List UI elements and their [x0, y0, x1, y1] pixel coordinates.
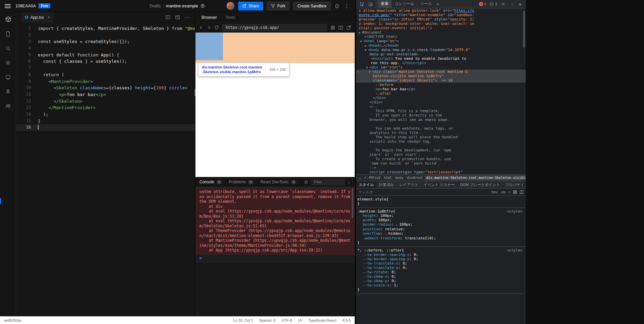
css-property[interactable]: --tw-translate-x: 0;	[356, 261, 526, 266]
statusbar-item[interactable]: Spaces: 2	[259, 318, 276, 322]
css-property[interactable]: --tw-skew-y: 0;	[356, 279, 526, 283]
css-property[interactable]: --tw-rotate: 0;	[356, 270, 526, 274]
code-line[interactable]: 14 );	[16, 111, 195, 118]
split-editor-icon[interactable]	[165, 15, 170, 20]
console-tab-react-devtools[interactable]: React DevTools0	[260, 180, 297, 184]
editor-more-icon[interactable]: ⋯	[185, 14, 190, 20]
styles-tab-0[interactable]: スタイル	[356, 181, 376, 188]
devtools-tree-line[interactable]: ▼ <div id="root">	[356, 65, 526, 70]
devtools-tree-line[interactable]: <noscript> You need to enable JavaScript…	[356, 56, 526, 61]
breadcrumb-item[interactable]: …	[357, 175, 363, 180]
styles-tab-3[interactable]: イベント リスナー	[421, 181, 458, 188]
console-error-line[interactable]: at eval (https://ypvqjp.csb.app/node_mod…	[199, 219, 351, 224]
statusbar-item[interactable]: 4.5.5	[343, 318, 351, 322]
devtools-tree-line[interactable]: <p>foo bar baz</p>	[356, 87, 526, 91]
close-tab-icon[interactable]: ×	[48, 15, 50, 20]
code-line[interactable]: 1import { createStyles, MantineProvider,…	[16, 25, 195, 32]
code-line[interactable]: 10 <Skeleton classNames={classes} height…	[16, 85, 195, 91]
close-devtools-icon[interactable]: ×	[518, 1, 522, 7]
css-property[interactable]: --tw-skew-x: 0;	[356, 274, 526, 279]
console-scrollbar[interactable]	[352, 188, 353, 218]
sandbox-cube-icon[interactable]	[0, 12, 16, 27]
statusbar-item[interactable]: Ln 16, Col 1	[233, 318, 253, 322]
forward-icon[interactable]	[207, 25, 211, 30]
devtools-tree-line[interactable]: ▼ <html lang="en">	[356, 39, 526, 43]
devtools-tab-1[interactable]: コンソール	[392, 0, 417, 8]
create-sandbox-button[interactable]: Create Sandbox	[293, 2, 331, 10]
css-property[interactable]: overflow: ▸ hidden;	[356, 231, 526, 236]
devtools-tree-line[interactable]: ▼ <body data-new-gr-c-s-check-loaded="14…	[356, 48, 526, 52]
open-in-new-window-icon[interactable]	[346, 25, 351, 30]
clear-console-icon[interactable]	[304, 180, 308, 184]
console-tab-console[interactable]: Console0	[199, 180, 222, 184]
css-property[interactable]: position: relative;	[356, 227, 526, 231]
devtools-tree-line[interactable]	[356, 144, 526, 148]
console-error-line[interactable]: at MantineProvider (https://ypvqjp.csb.a…	[199, 238, 351, 243]
devtools-tree-line[interactable]: itial; pointer-events: initial;">	[356, 26, 526, 30]
devtools-tree-line[interactable]: To begin the development, run `npm	[356, 148, 526, 152]
code-line[interactable]: 15}	[16, 118, 195, 125]
css-property[interactable]: -webkit-transform: translateZ(0);	[356, 236, 526, 240]
refresh-icon[interactable]	[214, 25, 219, 30]
devtools-tree-line[interactable]: If you open it directly in the	[356, 113, 526, 118]
tab-browser[interactable]: Browser	[201, 15, 217, 20]
editor-tab-app-tsx[interactable]: App.tsx ×	[21, 12, 54, 23]
statusbar-item[interactable]: UTF-8	[282, 318, 292, 322]
console-error-line[interactable]: m/Box/Box.js:51:28)	[199, 214, 351, 219]
code-line[interactable]: 13 </MantineProvider>	[16, 104, 195, 111]
console-error-line[interactable]: at eval (https://ypvqjp.csb.app/node_mod…	[199, 209, 351, 214]
visibility-globe-icon[interactable]	[200, 3, 205, 8]
expand-arrow-icon[interactable]: ▸	[396, 223, 399, 226]
devtools-tab-0[interactable]: 要素	[378, 0, 392, 8]
split-preview-icon[interactable]	[338, 25, 343, 30]
devtools-tree-line[interactable]: analytics to this file.	[356, 131, 526, 135]
more-panels-icon[interactable]: »	[435, 2, 441, 6]
devtools-tree-line[interactable]: </div>	[356, 100, 526, 104]
devtools-tree-line[interactable]: browser, you will see an empty page.	[356, 118, 526, 122]
code-line[interactable]: 2	[16, 32, 195, 39]
code-line[interactable]: 4	[16, 45, 195, 52]
styles-tab-2[interactable]: レイアウト	[397, 181, 421, 188]
devtools-tree-line[interactable]: This HTML file is a template.	[356, 109, 526, 113]
breadcrumb-item[interactable]: div#root	[405, 175, 424, 180]
css-origin-link[interactable]: <style>	[507, 248, 526, 252]
styles-toggle[interactable]: .cls	[500, 190, 506, 194]
row-more-icon[interactable]: ⋯	[357, 70, 359, 74]
devtools-tree-line[interactable]: `npm run build` or `yarn build`.	[356, 161, 526, 166]
styles-filter-input[interactable]	[358, 190, 488, 194]
code-line[interactable]: 8 return (	[16, 72, 195, 78]
console-filter-input[interactable]	[311, 179, 345, 185]
console-error-line[interactable]: ustom attribute, spell it as lowercase `…	[199, 189, 351, 194]
console-error-line[interactable]: the DOM element.	[199, 199, 351, 204]
devtools-tree-line[interactable]: You can add webfonts, meta tags, or	[356, 126, 526, 131]
devtools-tree-line[interactable]: pvqjp.csb.app/" title="mantine-example" …	[356, 13, 526, 17]
code-lines[interactable]: 1import { createStyles, MantineProvider,…	[16, 23, 195, 316]
settings-gear-icon[interactable]	[0, 55, 16, 70]
css-selector-line[interactable]: element.style {	[356, 197, 526, 201]
browser-viewport[interactable]: div.mantine-Skeleton-root.mantine -Skele…	[195, 33, 355, 177]
devtools-tree-line[interactable]: </div>	[356, 96, 526, 100]
styles-tab-1[interactable]: 計算済み	[376, 181, 397, 188]
workspace-id[interactable]: 108EAA0A	[15, 4, 36, 8]
devtools-tab-2[interactable]: ソース	[417, 0, 435, 8]
preview-settings-icon[interactable]	[330, 25, 335, 30]
devtools-kebab-icon[interactable]: ⋮	[509, 2, 515, 7]
statusbar-item[interactable]: LF	[298, 318, 302, 322]
open-preview-icon[interactable]	[175, 15, 180, 20]
css-property[interactable]: --tw-scale-x: 1;	[356, 283, 526, 287]
devtools-tree-line[interactable]: classnames="[object Object]"> == $0	[356, 78, 526, 83]
console-error-line[interactable]: n/react/dist/emotion-element-cbed451f.br…	[199, 233, 351, 238]
code-line[interactable]: 7	[16, 65, 195, 72]
fork-button[interactable]: Fork	[267, 2, 290, 10]
code-line[interactable]: 3const useStyles = createStyles({});	[16, 38, 195, 45]
devtools-tree-line[interactable]: ::after	[356, 91, 526, 96]
devtools-tree-line[interactable]: preview" class="sc-jUfxsr fMfcaV" style=…	[356, 17, 526, 21]
console-errors-badge[interactable]: × 5	[479, 2, 486, 6]
breadcrumb-item[interactable]: div.mantine-Skeleton-root.mantine-Skelet…	[425, 175, 526, 180]
css-origin-link[interactable]: <style>	[507, 209, 526, 214]
devtools-tree-line[interactable]	[356, 122, 526, 126]
devtools-tree-line[interactable]: keleton-visible mantine-1p8bfrv"	[356, 74, 526, 78]
code-line[interactable]: 12 </Skeleton>	[16, 98, 195, 105]
live-users-icon[interactable]	[0, 99, 16, 113]
devtools-tree-line[interactable]: The build step will place the bundled	[356, 135, 526, 139]
